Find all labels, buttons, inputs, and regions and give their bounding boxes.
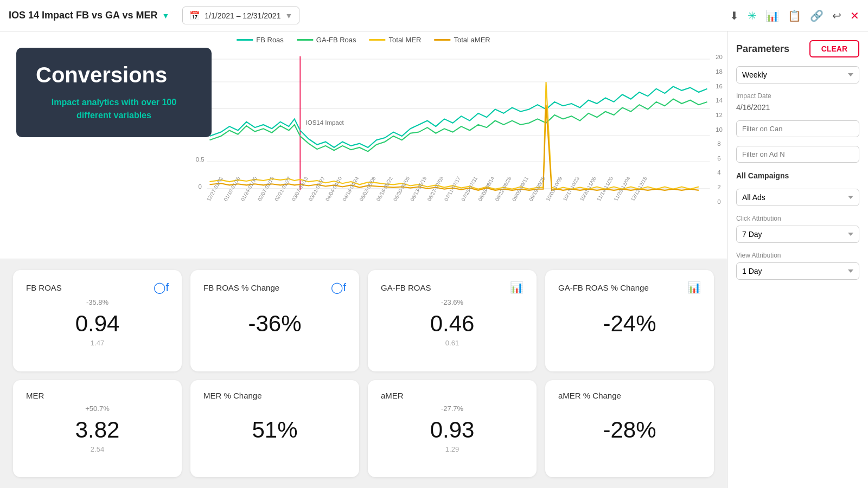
all-campaigns-label: All Campaigns — [736, 171, 859, 180]
card-fb-roas-pct-header: FB ROAS % Change ◯f — [203, 281, 346, 294]
svg-text:20: 20 — [716, 54, 723, 60]
granularity-row: Weekly Daily Monthly — [736, 66, 859, 84]
view-attribution-label: View Attribution — [736, 252, 859, 259]
card-amer-change: -27.7% — [381, 404, 524, 413]
card-fb-roas: FB ROAS ◯f -35.8% 0.94 1.47 — [13, 270, 182, 371]
clipboard-icon[interactable]: 📋 — [788, 9, 801, 22]
card-fb-roas-header: FB ROAS ◯f — [26, 281, 169, 294]
svg-text:10: 10 — [716, 126, 723, 133]
card-mer-prev: 2.54 — [26, 445, 169, 453]
view-attribution-row: View Attribution 1 Day 7 Day — [736, 252, 859, 280]
card-gafb-roas-pct: GA-FB ROAS % Change 📊 -24% — [545, 270, 714, 371]
view-attribution-select[interactable]: 1 Day 7 Day — [736, 262, 859, 280]
panel-top-row: Parameters CLEAR — [736, 40, 859, 57]
date-range-text: 1/1/2021 – 12/31/2021 — [205, 11, 280, 20]
card-fb-roas-change: -35.8% — [26, 298, 169, 306]
card-gafb-roas-pct-change — [558, 298, 701, 306]
link-icon[interactable]: 🔗 — [810, 9, 824, 22]
card-mer-pct-value: 51% — [203, 417, 346, 443]
fb-icon-2: ◯f — [331, 281, 346, 294]
svg-text:04/04-04/10: 04/04-04/10 — [324, 176, 343, 202]
card-amer-pct: aMER % Change -28% — [545, 380, 714, 478]
svg-text:03/21-03/27: 03/21-03/27 — [307, 176, 326, 202]
chart-svg: 2.5 2 1.5 1 0.5 0 20 18 16 14 12 10 8 6 … — [190, 48, 727, 259]
legend-ga-fb-roas: GA-FB Roas — [297, 36, 356, 44]
impact-date-label: Impact Date — [736, 92, 859, 100]
main-area: Conversions Impact analytics with over 1… — [0, 31, 868, 488]
card-fb-roas-prev: 1.47 — [26, 339, 169, 347]
refresh-icon[interactable]: ↩ — [832, 9, 841, 22]
legend-ga-fb-roas-label: GA-FB Roas — [316, 36, 356, 44]
card-amer-pct-value: -28% — [558, 417, 701, 443]
download-icon[interactable]: ⬇ — [730, 9, 739, 22]
hero-subtitle: Impact analytics with over 100 different… — [36, 96, 192, 122]
filter-ad-input[interactable] — [736, 146, 859, 163]
card-gafb-roas-title: GA-FB ROAS — [381, 283, 431, 292]
filter-campaign-input[interactable] — [736, 120, 859, 137]
card-gafb-roas-pct-title: GA-FB ROAS % Change — [558, 283, 649, 292]
card-gafb-roas: GA-FB ROAS 📊 -23.6% 0.46 0.61 — [368, 270, 537, 371]
impact-date-value: 4/16/2021 — [736, 103, 859, 112]
legend-total-amer-line — [435, 39, 451, 41]
svg-text:IOS14 Impact: IOS14 Impact — [306, 119, 344, 126]
legend-total-amer-label: Total aMER — [454, 36, 490, 44]
card-fb-roas-pct-value: -36% — [203, 311, 346, 337]
legend-total-mer-label: Total MER — [389, 36, 422, 44]
filter-campaign-row — [736, 120, 859, 137]
panel-title: Parameters — [736, 43, 789, 55]
svg-text:05/02-05/08: 05/02-05/08 — [358, 176, 376, 202]
legend-fb-roas-label: FB Roas — [256, 36, 284, 44]
card-mer-title: MER — [26, 391, 44, 400]
svg-text:06/13-06/19: 06/13-06/19 — [409, 176, 427, 202]
asterisk-icon[interactable]: ✳ — [748, 9, 757, 22]
svg-text:11/14-11/20: 11/14-11/20 — [596, 176, 614, 202]
all-ads-select[interactable]: All Ads — [736, 189, 859, 206]
svg-text:4: 4 — [717, 169, 721, 176]
card-fb-roas-value: 0.94 — [26, 311, 169, 337]
date-picker[interactable]: 📅 1/1/2021 – 12/31/2021 ▼ — [182, 7, 299, 24]
close-icon[interactable]: ✕ — [850, 9, 859, 22]
report-title: IOS 14 Impact FB vs GA vs MER ▼ — [9, 10, 169, 21]
card-mer-change: +50.7% — [26, 404, 169, 413]
all-ads-row: All Ads — [736, 189, 859, 206]
svg-text:05/16-05/22: 05/16-05/22 — [375, 176, 393, 202]
card-fb-roas-title: FB ROAS — [26, 283, 62, 292]
svg-text:0: 0 — [717, 198, 720, 205]
bar-icon: 📊 — [510, 281, 524, 294]
svg-text:12/27-01/02: 12/27-01/02 — [206, 176, 224, 202]
card-amer-pct-title: aMER % Change — [558, 391, 621, 400]
svg-text:01/10-01/16: 01/10-01/16 — [222, 176, 241, 202]
card-mer-pct: MER % Change 51% — [190, 380, 359, 478]
chart-legend: FB Roas GA-FB Roas Total MER Total aMER — [237, 36, 490, 44]
svg-text:12: 12 — [716, 112, 723, 118]
svg-text:0.5: 0.5 — [196, 156, 205, 163]
hero-title: Conversions — [36, 63, 192, 87]
click-attribution-select[interactable]: 7 Day 1 Day 28 Day — [736, 226, 859, 243]
legend-total-amer: Total aMER — [435, 36, 490, 44]
card-mer-pct-prev — [203, 445, 346, 453]
svg-text:11/28-12/04: 11/28-12/04 — [612, 176, 631, 202]
granularity-select[interactable]: Weekly Daily Monthly — [736, 66, 859, 84]
click-attribution-label: Click Attribution — [736, 215, 859, 222]
card-gafb-roas-prev: 0.61 — [381, 339, 524, 347]
card-gafb-roas-pct-value: -24% — [558, 311, 701, 337]
ga-fb-roas-line — [209, 99, 707, 152]
title-dropdown-icon[interactable]: ▼ — [162, 11, 169, 20]
calendar-icon: 📅 — [189, 10, 200, 21]
barchart-icon[interactable]: 📊 — [765, 9, 779, 22]
card-amer-pct-header: aMER % Change — [558, 391, 701, 400]
svg-text:12/12-12/18: 12/12-12/18 — [629, 176, 648, 202]
chart-section: Conversions Impact analytics with over 1… — [0, 31, 727, 259]
card-amer: aMER -27.7% 0.93 1.29 — [368, 380, 537, 478]
legend-total-mer: Total MER — [369, 36, 422, 44]
header-actions: ⬇ ✳ 📊 📋 🔗 ↩ ✕ — [730, 9, 859, 22]
card-gafb-roas-header: GA-FB ROAS 📊 — [381, 281, 524, 294]
impact-date-row: Impact Date 4/16/2021 — [736, 92, 859, 112]
clear-button[interactable]: CLEAR — [809, 40, 859, 57]
hero-overlay: Conversions Impact analytics with over 1… — [16, 48, 212, 137]
card-amer-value: 0.93 — [381, 417, 524, 443]
card-amer-pct-change — [558, 404, 701, 413]
card-amer-prev: 1.29 — [381, 445, 524, 453]
card-amer-header: aMER — [381, 391, 524, 400]
card-mer-header: MER — [26, 391, 169, 400]
